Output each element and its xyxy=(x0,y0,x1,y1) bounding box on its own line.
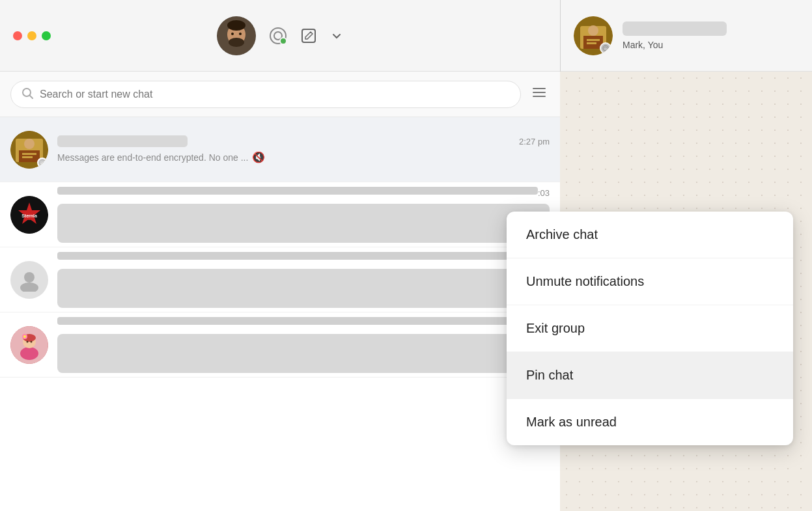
close-button[interactable] xyxy=(13,31,22,40)
svg-point-21 xyxy=(24,139,35,149)
svg-point-5 xyxy=(239,33,242,35)
svg-point-33 xyxy=(20,347,38,360)
chat-top: :47 xyxy=(57,317,550,330)
svg-point-14 xyxy=(603,46,608,51)
muted-icon: 🔇 xyxy=(252,151,265,163)
status-icon xyxy=(37,158,48,168)
chat-top: 2:27 pm xyxy=(57,135,550,147)
message-placeholder xyxy=(57,204,550,243)
svg-rect-23 xyxy=(22,153,36,155)
avatar xyxy=(10,326,48,364)
user-avatar[interactable] xyxy=(217,16,256,55)
chevron-down-icon[interactable] xyxy=(330,29,343,42)
chat-top: :55 xyxy=(57,252,550,265)
avatar: Sternla xyxy=(10,196,48,234)
chat-top: :03 xyxy=(57,187,550,200)
chat-message-preview: Messages are end-to-end encrypted. No on… xyxy=(57,151,550,163)
title-center xyxy=(217,16,343,55)
avatar xyxy=(10,261,48,299)
chat-participants: Mark, You xyxy=(623,40,727,50)
traffic-lights xyxy=(13,31,51,40)
compose-button[interactable] xyxy=(300,27,317,44)
maximize-button[interactable] xyxy=(42,31,51,40)
svg-point-10 xyxy=(588,25,598,36)
chat-item[interactable]: Sternla :03 xyxy=(0,182,560,247)
svg-point-3 xyxy=(229,38,244,47)
chat-name-placeholder xyxy=(57,135,188,147)
svg-point-37 xyxy=(23,335,26,338)
message-placeholder xyxy=(57,334,550,373)
online-indicator xyxy=(279,37,287,45)
context-menu-item-exit[interactable]: Exit group xyxy=(507,305,793,352)
name-placeholder xyxy=(57,252,538,260)
svg-point-39 xyxy=(31,340,33,342)
search-input[interactable] xyxy=(40,89,510,100)
svg-rect-7 xyxy=(302,29,315,42)
status-icon[interactable] xyxy=(269,27,287,45)
search-icon xyxy=(21,87,33,102)
svg-rect-13 xyxy=(587,42,596,44)
chat-item[interactable]: :55 xyxy=(0,247,560,312)
right-panel-header: Mark, You xyxy=(560,0,812,72)
search-bar xyxy=(0,72,560,117)
search-field-wrap[interactable] xyxy=(10,81,521,108)
svg-point-2 xyxy=(227,20,245,31)
context-menu-item-unread[interactable]: Mark as unread xyxy=(507,399,793,445)
name-placeholder xyxy=(57,317,538,325)
context-menu-item-archive[interactable]: Archive chat xyxy=(507,212,793,258)
chat-item[interactable]: 2:27 pm Messages are end-to-end encrypte… xyxy=(0,117,560,182)
context-menu: Archive chat Unmute notifications Exit g… xyxy=(507,212,793,445)
svg-point-30 xyxy=(24,272,35,283)
avatar xyxy=(10,131,48,169)
chat-content: :03 xyxy=(57,187,550,243)
chat-time: 2:27 pm xyxy=(519,137,550,146)
svg-point-31 xyxy=(20,283,38,292)
svg-point-25 xyxy=(40,160,45,165)
name-placeholder xyxy=(57,187,538,195)
chat-item[interactable]: :47 xyxy=(0,312,560,378)
context-menu-item-unmute[interactable]: Unmute notifications xyxy=(507,258,793,305)
svg-text:Sternla: Sternla xyxy=(21,214,37,218)
chat-name-placeholder xyxy=(623,21,727,36)
chat-header-info: Mark, You xyxy=(623,21,727,50)
avatar-image: Sternla xyxy=(10,196,48,234)
avatar-image xyxy=(10,326,48,364)
svg-rect-24 xyxy=(22,156,33,158)
minimize-button[interactable] xyxy=(27,31,36,40)
chat-content: 2:27 pm Messages are end-to-end encrypte… xyxy=(57,135,550,163)
svg-point-4 xyxy=(231,33,234,35)
filter-icon[interactable] xyxy=(529,83,550,105)
message-placeholder xyxy=(57,269,550,308)
context-menu-item-pin[interactable]: Pin chat xyxy=(507,352,793,399)
chat-time: :03 xyxy=(538,188,550,198)
chat-list: 2:27 pm Messages are end-to-end encrypte… xyxy=(0,117,560,511)
status-ring-icon xyxy=(600,42,611,54)
chat-partner-avatar[interactable] xyxy=(574,16,613,55)
svg-point-15 xyxy=(23,89,31,96)
svg-point-38 xyxy=(27,340,29,342)
svg-rect-12 xyxy=(587,39,600,41)
chat-content: :47 xyxy=(57,317,550,373)
title-bar xyxy=(0,0,560,72)
chat-content: :55 xyxy=(57,252,550,308)
